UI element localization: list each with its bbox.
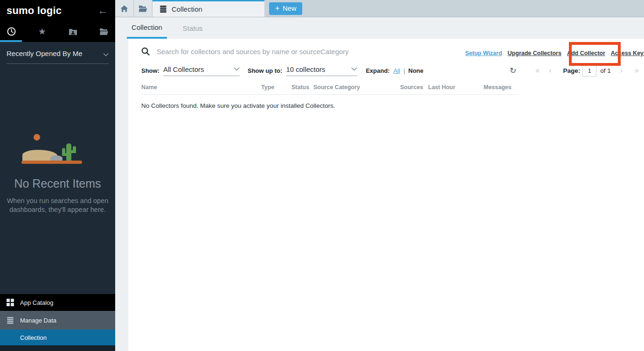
manage-data-label: Manage Data bbox=[20, 317, 56, 324]
page-label: Page: bbox=[563, 67, 580, 74]
refresh-icon[interactable]: ↻ bbox=[510, 66, 516, 76]
no-recent-items-title: No Recent Items bbox=[0, 177, 115, 190]
column-header-source-category[interactable]: Source Category bbox=[313, 84, 400, 91]
app-window: sumo logic ← ★ Recently Opened By Me bbox=[0, 0, 644, 351]
access-keys-link[interactable]: Access Keys bbox=[611, 50, 644, 56]
ground-line bbox=[21, 161, 82, 164]
first-page-icon[interactable]: « bbox=[535, 66, 540, 75]
library-button[interactable] bbox=[134, 0, 152, 17]
app-catalog-grid-icon bbox=[6, 299, 14, 306]
collection-panel: Setup Wizard Upgrade Collectors Add Coll… bbox=[128, 39, 644, 351]
show-up-to-select[interactable]: 10 collectors bbox=[286, 65, 357, 76]
content-area: Collection Status Setup Wizard Upgrade C… bbox=[115, 17, 644, 351]
sidebar-footer-strip bbox=[0, 345, 115, 351]
collapse-sidebar-icon[interactable]: ← bbox=[98, 6, 108, 15]
recently-opened-label: Recently Opened By Me bbox=[7, 49, 83, 57]
expand-all-link[interactable]: All bbox=[394, 67, 400, 74]
database-icon bbox=[159, 6, 167, 13]
active-nav-indicator bbox=[0, 40, 22, 42]
home-button[interactable] bbox=[115, 0, 134, 17]
prev-page-icon[interactable]: ‹ bbox=[549, 66, 551, 75]
subtab-bar: Collection Status bbox=[115, 17, 644, 39]
tab-collection[interactable]: Collection bbox=[152, 0, 264, 17]
setup-wizard-link[interactable]: Setup Wizard bbox=[465, 50, 502, 56]
chevron-down-icon bbox=[103, 53, 109, 56]
search-icon bbox=[141, 47, 150, 56]
desert-illustration bbox=[21, 134, 82, 164]
expand-none-link[interactable]: None bbox=[409, 67, 424, 74]
subtab-status[interactable]: Status bbox=[179, 17, 207, 39]
last-page-icon[interactable]: » bbox=[635, 66, 639, 75]
new-button-label: New bbox=[283, 5, 296, 12]
recents-clock-icon[interactable] bbox=[7, 27, 16, 36]
column-header-type[interactable]: Type bbox=[261, 84, 291, 91]
app-catalog-label: App Catalog bbox=[20, 299, 54, 306]
show-up-to-label: Show up to: bbox=[248, 67, 282, 74]
show-collectors-select[interactable]: All Collectors bbox=[163, 65, 240, 76]
sidebar-item-manage-data[interactable]: Manage Data bbox=[0, 311, 115, 330]
show-label: Show: bbox=[141, 67, 159, 74]
top-tab-strip: Collection + New bbox=[115, 0, 644, 17]
column-header-sources[interactable]: Sources bbox=[400, 84, 428, 91]
cactus-icon bbox=[66, 143, 71, 161]
column-header-messages[interactable]: Messages bbox=[484, 84, 517, 91]
search-input[interactable] bbox=[157, 48, 446, 56]
favorites-star-icon[interactable]: ★ bbox=[37, 27, 47, 36]
sun-icon bbox=[34, 134, 40, 140]
sidebar-item-app-catalog[interactable]: App Catalog bbox=[0, 294, 115, 311]
action-links: Setup Wizard Upgrade Collectors Add Coll… bbox=[465, 50, 644, 56]
sidebar: sumo logic ← ★ Recently Opened By Me bbox=[0, 0, 115, 351]
home-icon bbox=[120, 5, 128, 12]
pagination: ↻ « ‹ Page: of 1 › » bbox=[510, 63, 644, 77]
new-button[interactable]: + New bbox=[269, 2, 302, 15]
tab-collection-label: Collection bbox=[172, 5, 202, 13]
column-header-last-hour[interactable]: Last Hour bbox=[428, 84, 484, 91]
collectors-table-header: Name Type Status Source Category Sources… bbox=[141, 84, 517, 95]
collection-label: Collection bbox=[20, 334, 47, 341]
library-folder-icon[interactable] bbox=[99, 27, 109, 36]
column-header-name[interactable]: Name bbox=[141, 84, 261, 91]
expand-label: Expand: bbox=[366, 67, 389, 74]
chevron-down-icon bbox=[351, 67, 357, 71]
sidebar-item-collection[interactable]: Collection bbox=[0, 330, 115, 345]
next-page-icon[interactable]: › bbox=[620, 66, 623, 75]
sumo-logic-logo: sumo logic bbox=[7, 5, 62, 17]
recently-opened-dropdown[interactable]: Recently Opened By Me bbox=[7, 49, 109, 64]
sidebar-header: sumo logic ← ★ bbox=[0, 0, 115, 42]
page-total-label: of 1 bbox=[600, 67, 611, 74]
folder-icon bbox=[138, 5, 147, 12]
no-recent-items-description: When you run searches and open dashboard… bbox=[0, 197, 115, 214]
subtab-collection[interactable]: Collection bbox=[127, 17, 167, 39]
sidebar-bottom-menu: App Catalog Manage Data Collection bbox=[0, 294, 115, 351]
add-collector-link[interactable]: Add Collector bbox=[567, 50, 605, 56]
main-area: Collection + New Collection Status Setup… bbox=[115, 0, 644, 351]
controls-row: Show: All Collectors Show up to: 10 coll… bbox=[128, 63, 644, 77]
database-icon bbox=[6, 317, 14, 324]
column-header-status[interactable]: Status bbox=[291, 84, 313, 91]
page-number-input[interactable] bbox=[582, 65, 596, 77]
upgrade-collectors-link[interactable]: Upgrade Collectors bbox=[508, 50, 561, 56]
shared-content-icon[interactable] bbox=[69, 27, 78, 36]
chevron-down-icon bbox=[234, 67, 240, 71]
empty-collectors-message: No Collectors found. Make sure you activ… bbox=[141, 102, 644, 109]
expand-separator: | bbox=[403, 67, 405, 74]
plus-icon: + bbox=[275, 5, 279, 12]
